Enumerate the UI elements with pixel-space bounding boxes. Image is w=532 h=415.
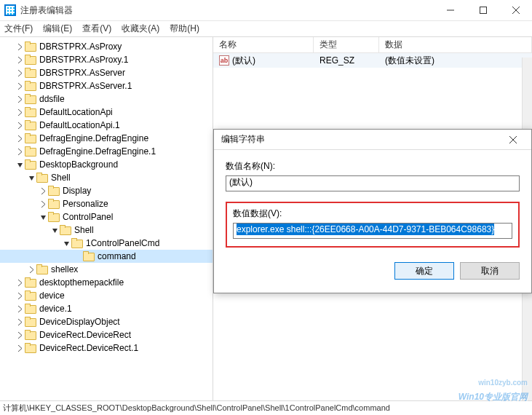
folder-icon [25, 146, 36, 157]
chevron-down-icon[interactable] [38, 212, 48, 222]
tree-item[interactable]: DefaultLocationApi [0, 106, 213, 119]
chevron-right-icon[interactable] [15, 146, 25, 157]
chevron-down-icon[interactable] [15, 159, 25, 170]
folder-icon [25, 317, 36, 327]
tree-item[interactable]: DeviceRect.DeviceRect [0, 328, 213, 341]
tree-item[interactable]: DBRSTPRX.AsProxy.1 [0, 53, 213, 66]
tree-item[interactable]: device [0, 289, 213, 302]
chevron-right-icon[interactable] [15, 277, 25, 288]
chevron-right-icon[interactable] [15, 81, 25, 91]
ok-button[interactable]: 确定 [394, 262, 454, 280]
chevron-right-icon[interactable] [15, 120, 25, 130]
tree-item-label: ddsfile [39, 94, 65, 104]
tree-item-label: command [98, 251, 136, 261]
highlight-box: 数值数据(V): explorer.exe shell:::{26EE0668-… [226, 202, 520, 248]
chevron-down-icon[interactable] [61, 238, 71, 248]
chevron-down-icon[interactable] [49, 225, 60, 235]
tree-item[interactable]: ControlPanel [0, 210, 213, 224]
value-data-input[interactable]: explorer.exe shell:::{26EE0668-A00A-44D7… [233, 223, 512, 239]
folder-icon [36, 264, 48, 274]
value-data-label: 数值数据(V): [233, 208, 512, 220]
folder-icon [25, 55, 36, 65]
tree-item-label: DeviceRect.DeviceRect [39, 330, 131, 340]
tree-item-label: DefaultLocationApi [39, 107, 113, 117]
maximize-button[interactable] [467, 0, 499, 20]
col-type[interactable]: 类型 [314, 37, 379, 52]
tree-item[interactable]: Personalize [0, 197, 213, 210]
tree-item-label: ControlPanel [63, 212, 113, 222]
tree-item-label: device.1 [39, 304, 72, 314]
tree-item-label: Display [63, 186, 91, 196]
tree-view[interactable]: DBRSTPRX.AsProxyDBRSTPRX.AsProxy.1DBRSTP… [0, 37, 213, 400]
menubar: 文件(F) 编辑(E) 查看(V) 收藏夹(A) 帮助(H) [0, 21, 532, 37]
chevron-right-icon[interactable] [15, 107, 25, 117]
tree-item-label: 1ControlPanelCmd [86, 238, 159, 248]
tree-item-label: DefragEngine.DefragEngine.1 [39, 146, 156, 157]
chevron-right-icon[interactable] [38, 186, 48, 196]
tree-item[interactable]: Shell [0, 224, 213, 237]
chevron-down-icon[interactable] [26, 173, 36, 183]
tree-item[interactable]: desktopthemepackfile [0, 276, 213, 289]
tree-item[interactable]: device.1 [0, 302, 213, 315]
svg-rect-1 [480, 7, 486, 14]
tree-item-label: DesktopBackground [39, 159, 118, 170]
chevron-right-icon[interactable] [38, 199, 48, 209]
folder-icon [25, 290, 36, 301]
tree-spacer [73, 251, 83, 261]
tree-item[interactable]: shellex [0, 263, 213, 276]
col-data[interactable]: 数据 [379, 37, 532, 52]
tree-item[interactable]: DefragEngine.DefragEngine [0, 132, 213, 145]
chevron-right-icon[interactable] [15, 133, 25, 143]
tree-item[interactable]: DeviceRect.DeviceRect.1 [0, 341, 213, 355]
menu-favorites[interactable]: 收藏夹(A) [122, 23, 159, 35]
chevron-right-icon[interactable] [26, 264, 36, 274]
tree-item[interactable]: command [0, 250, 213, 263]
tree-item[interactable]: 1ControlPanelCmd [0, 237, 213, 250]
tree-item[interactable]: DesktopBackground [0, 158, 213, 171]
app-icon [4, 4, 16, 16]
chevron-right-icon[interactable] [15, 94, 25, 104]
folder-icon [25, 159, 36, 170]
chevron-right-icon[interactable] [15, 290, 25, 301]
folder-icon [25, 343, 36, 353]
value-name-input[interactable]: (默认) [226, 175, 520, 191]
tree-item[interactable]: DBRSTPRX.AsServer.1 [0, 79, 213, 92]
folder-icon [48, 212, 60, 222]
tree-item[interactable]: Shell [0, 171, 213, 184]
window-controls [434, 0, 532, 20]
dialog-titlebar[interactable]: 编辑字符串 [214, 130, 531, 150]
tree-item[interactable]: DefragEngine.DefragEngine.1 [0, 145, 213, 158]
folder-icon [25, 81, 36, 91]
tree-item-label: DeviceDisplayObject [39, 317, 120, 327]
folder-icon [25, 68, 36, 78]
folder-icon [25, 304, 36, 314]
tree-item[interactable]: ddsfile [0, 92, 213, 106]
chevron-right-icon[interactable] [15, 42, 25, 52]
menu-file[interactable]: 文件(F) [4, 23, 33, 35]
menu-help[interactable]: 帮助(H) [170, 23, 199, 35]
folder-icon [25, 133, 36, 143]
chevron-right-icon[interactable] [15, 330, 25, 340]
folder-icon [25, 330, 36, 340]
chevron-right-icon[interactable] [15, 304, 25, 314]
chevron-right-icon[interactable] [15, 55, 25, 65]
dialog-close-button[interactable] [502, 130, 524, 149]
tree-item[interactable]: DeviceDisplayObject [0, 315, 213, 328]
col-name[interactable]: 名称 [213, 37, 314, 52]
minimize-button[interactable] [434, 0, 467, 20]
tree-item[interactable]: Display [0, 184, 213, 197]
tree-item-label: DefragEngine.DefragEngine [39, 133, 148, 143]
string-value-icon: ab [219, 55, 229, 66]
tree-item[interactable]: DBRSTPRX.AsProxy [0, 40, 213, 53]
list-row[interactable]: ab (默认) REG_SZ (数值未设置) [213, 53, 532, 68]
statusbar: 计算机\HKEY_CLASSES_ROOT\DesktopBackground\… [0, 400, 532, 415]
cancel-button[interactable]: 取消 [460, 262, 520, 280]
close-button[interactable] [499, 0, 532, 20]
chevron-right-icon[interactable] [15, 68, 25, 78]
tree-item[interactable]: DefaultLocationApi.1 [0, 119, 213, 132]
chevron-right-icon[interactable] [15, 317, 25, 327]
menu-view[interactable]: 查看(V) [82, 23, 111, 35]
tree-item[interactable]: DBRSTPRX.AsServer [0, 66, 213, 79]
menu-edit[interactable]: 编辑(E) [43, 23, 72, 35]
chevron-right-icon[interactable] [15, 343, 25, 353]
